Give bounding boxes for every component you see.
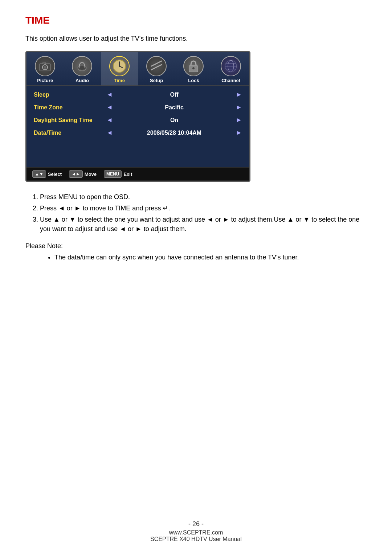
datetime-label: Data/Time bbox=[34, 130, 106, 136]
move-label: Move bbox=[85, 171, 97, 177]
menu-icon-audio[interactable]: Audio bbox=[64, 52, 101, 85]
tv-screen: Picture Audio Tim bbox=[25, 51, 250, 182]
time-label: Time bbox=[114, 78, 125, 83]
menu-icon-picture[interactable]: Picture bbox=[26, 52, 64, 85]
menu-icons-row: Picture Audio Tim bbox=[26, 52, 249, 86]
osd-menu: Sleep ◄ Off ► Time Zone ◄ Pacific ► Dayl… bbox=[26, 86, 249, 167]
osd-row-dst[interactable]: Daylight Saving Time ◄ On ► bbox=[26, 114, 249, 126]
notes-list: The data/time can only sync when you hav… bbox=[54, 253, 367, 262]
datetime-left-arrow[interactable]: ◄ bbox=[106, 129, 113, 137]
svg-point-2 bbox=[44, 66, 46, 69]
picture-icon bbox=[35, 56, 55, 76]
osd-row-datetime[interactable]: Data/Time ◄ 2008/05/28 10:04AM ► bbox=[26, 126, 249, 139]
menu-icon-channel[interactable]: Channel bbox=[212, 52, 249, 85]
menu-icon-setup[interactable]: Setup bbox=[138, 52, 175, 85]
sleep-label: Sleep bbox=[34, 92, 106, 98]
website: www.SCEPTRE.com bbox=[0, 529, 392, 536]
page-number: - 26 - bbox=[0, 520, 392, 528]
audio-label: Audio bbox=[75, 78, 89, 83]
osd-bottom-bar: ▲▼ Select ◄► Move MENU Exit bbox=[26, 167, 249, 181]
datetime-right-arrow[interactable]: ► bbox=[236, 129, 242, 137]
svg-point-13 bbox=[192, 67, 195, 69]
dst-right-arrow[interactable]: ► bbox=[236, 116, 242, 124]
step-1: Press MENU to open the OSD. bbox=[40, 193, 367, 202]
svg-rect-3 bbox=[43, 62, 45, 64]
select-label: Select bbox=[48, 171, 62, 177]
menu-icon-lock[interactable]: Lock bbox=[175, 52, 212, 85]
time-icon bbox=[109, 56, 130, 76]
note-1: The data/time can only sync when you hav… bbox=[54, 253, 367, 262]
setup-icon bbox=[146, 56, 167, 76]
select-btn: ▲▼ Select bbox=[32, 170, 62, 178]
sleep-left-arrow[interactable]: ◄ bbox=[106, 91, 113, 98]
instructions-section: Press MENU to open the OSD. Press ◄ or ►… bbox=[25, 193, 367, 262]
lock-label: Lock bbox=[188, 78, 199, 83]
please-note-label: Please Note: bbox=[25, 242, 367, 250]
step-2: Press ◄ or ► to move to TIME and press ↵… bbox=[40, 204, 367, 213]
audio-icon bbox=[72, 56, 92, 76]
osd-row-sleep[interactable]: Sleep ◄ Off ► bbox=[26, 88, 249, 101]
step-3: Use ▲ or ▼ to select the one you want to… bbox=[40, 215, 367, 233]
setup-label: Setup bbox=[150, 78, 163, 83]
dst-value: On bbox=[117, 117, 232, 124]
move-btn: ◄► Move bbox=[69, 170, 97, 178]
page-title: TIME bbox=[25, 15, 367, 26]
timezone-left-arrow[interactable]: ◄ bbox=[106, 104, 113, 111]
steps-list: Press MENU to open the OSD. Press ◄ or ►… bbox=[40, 193, 367, 234]
timezone-right-arrow[interactable]: ► bbox=[236, 104, 242, 111]
timezone-value: Pacific bbox=[117, 104, 232, 111]
timezone-label: Time Zone bbox=[34, 104, 106, 111]
channel-icon bbox=[221, 56, 241, 76]
picture-label: Picture bbox=[37, 78, 53, 83]
intro-text: This option allows user to adjust the TV… bbox=[25, 35, 367, 43]
select-icon: ▲▼ bbox=[32, 170, 46, 178]
menu-icon-time[interactable]: Time bbox=[101, 52, 138, 85]
exit-label: Exit bbox=[123, 171, 132, 177]
exit-btn: MENU Exit bbox=[104, 170, 132, 178]
product-name: SCEPTRE X40 HDTV User Manual bbox=[0, 536, 392, 542]
dst-label: Daylight Saving Time bbox=[34, 117, 106, 124]
svg-point-5 bbox=[79, 66, 85, 70]
datetime-value: 2008/05/28 10:04AM bbox=[117, 130, 232, 136]
sleep-value: Off bbox=[117, 92, 232, 98]
footer: - 26 - www.SCEPTRE.com SCEPTRE X40 HDTV … bbox=[0, 520, 392, 542]
lock-icon bbox=[183, 56, 204, 76]
channel-label: Channel bbox=[221, 78, 240, 83]
sleep-right-arrow[interactable]: ► bbox=[236, 91, 242, 98]
menu-icon-btn: MENU bbox=[104, 170, 122, 178]
move-icon: ◄► bbox=[69, 170, 83, 178]
osd-row-timezone[interactable]: Time Zone ◄ Pacific ► bbox=[26, 101, 249, 114]
dst-left-arrow[interactable]: ◄ bbox=[106, 116, 113, 124]
